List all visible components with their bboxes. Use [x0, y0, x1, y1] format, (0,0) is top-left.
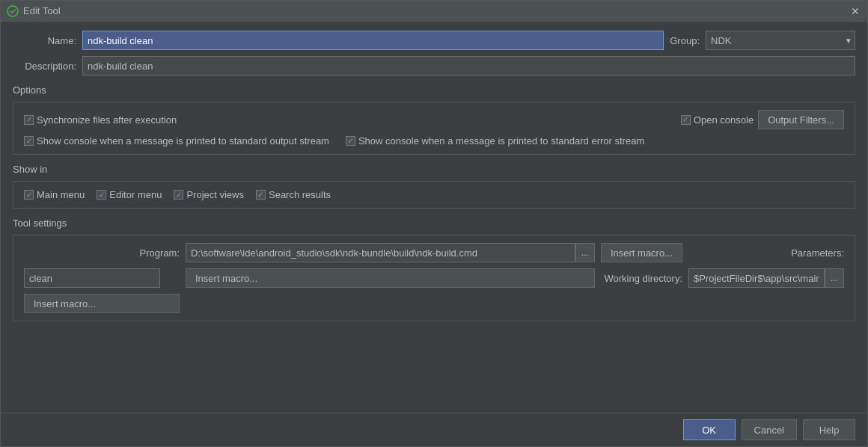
help-button[interactable]: Help [803, 419, 855, 440]
bottom-bar: OK Cancel Help [1, 413, 867, 446]
close-button[interactable]: ✕ [849, 5, 861, 17]
show-stderr-checkbox-item[interactable]: Show console when a message is printed t… [346, 135, 644, 147]
options-row1-right: Open console Output Filters... [681, 110, 844, 129]
show-in-section-header: Show in [13, 164, 855, 175]
tool-settings-section-header: Tool settings [13, 218, 855, 229]
edit-tool-icon [7, 5, 19, 17]
editor-menu-checkbox[interactable] [97, 190, 106, 200]
main-menu-checkbox[interactable] [24, 190, 34, 200]
options-row1: Synchronize files after execution Open c… [24, 110, 844, 129]
parameters-input-wrapper [24, 268, 180, 288]
name-input[interactable] [82, 31, 664, 50]
options-row2: Show console when a message is printed t… [24, 135, 844, 147]
edit-tool-dialog: Edit Tool ✕ Name: Group: NDK ▼ De [0, 0, 868, 447]
ok-button[interactable]: OK [683, 419, 736, 440]
parameters-input[interactable] [24, 268, 160, 288]
working-dir-input-wrapper: ... [688, 268, 844, 288]
main-menu-checkbox-item[interactable]: Main menu [24, 189, 85, 200]
dialog-content: Name: Group: NDK ▼ Description: Options [1, 22, 867, 413]
program-input[interactable] [186, 243, 575, 262]
tool-settings-grid: Program: ... Insert macro... Parameters:… [24, 243, 844, 313]
program-label: Program: [24, 247, 180, 259]
description-input[interactable] [82, 56, 855, 75]
editor-menu-label: Editor menu [109, 189, 162, 200]
project-views-label: Project views [186, 189, 244, 200]
parameters-macro-button[interactable]: Insert macro... [186, 268, 595, 288]
open-console-checkbox-item[interactable]: Open console [681, 114, 754, 126]
open-console-label: Open console [694, 114, 754, 126]
options-row1-left: Synchronize files after execution [24, 114, 177, 126]
editor-menu-checkbox-item[interactable]: Editor menu [97, 189, 162, 200]
options-section: Synchronize files after execution Open c… [13, 102, 855, 155]
search-results-checkbox[interactable] [256, 190, 266, 200]
title-bar: Edit Tool ✕ [1, 1, 867, 22]
working-dir-input[interactable] [688, 268, 825, 288]
description-row: Description: [13, 56, 855, 75]
cancel-button[interactable]: Cancel [742, 419, 797, 440]
group-label: Group: [670, 35, 700, 46]
name-group-row: Name: Group: NDK ▼ [13, 31, 855, 50]
show-in-section: Main menu Editor menu Project views Sear… [13, 181, 855, 209]
tool-settings-section: Program: ... Insert macro... Parameters:… [13, 235, 855, 321]
program-input-wrapper: ... [186, 243, 595, 262]
open-console-checkbox[interactable] [681, 115, 691, 125]
name-label: Name: [13, 35, 76, 46]
program-macro-button[interactable]: Insert macro... [601, 243, 682, 262]
working-dir-macro-button[interactable]: Insert macro... [24, 294, 180, 313]
parameters-label: Parameters: [688, 247, 844, 259]
show-stdout-checkbox[interactable] [24, 136, 34, 146]
group-section: Group: NDK ▼ [670, 31, 855, 50]
title-bar-left: Edit Tool [7, 5, 61, 17]
group-select[interactable]: NDK [706, 31, 855, 50]
main-menu-label: Main menu [37, 189, 85, 200]
search-results-checkbox-item[interactable]: Search results [256, 189, 331, 200]
show-stdout-label: Show console when a message is printed t… [37, 135, 329, 147]
sync-files-label: Synchronize files after execution [37, 114, 177, 126]
project-views-checkbox[interactable] [174, 190, 183, 200]
description-label: Description: [13, 61, 76, 72]
show-stderr-label: Show console when a message is printed t… [358, 135, 644, 147]
program-dots-button[interactable]: ... [575, 243, 595, 262]
window-title: Edit Tool [23, 5, 61, 16]
sync-files-checkbox-item[interactable]: Synchronize files after execution [24, 114, 177, 126]
project-views-checkbox-item[interactable]: Project views [174, 189, 244, 200]
name-section: Name: [13, 31, 664, 50]
show-stdout-checkbox-item[interactable]: Show console when a message is printed t… [24, 135, 329, 147]
options-section-header: Options [13, 84, 855, 96]
sync-files-checkbox[interactable] [24, 115, 34, 125]
working-dir-dots-button[interactable]: ... [825, 268, 844, 288]
show-stderr-checkbox[interactable] [346, 136, 355, 146]
output-filters-button[interactable]: Output Filters... [758, 110, 844, 129]
working-dir-label: Working directory: [601, 273, 682, 284]
search-results-label: Search results [269, 189, 331, 200]
show-in-row: Main menu Editor menu Project views Sear… [24, 189, 844, 200]
group-select-wrapper: NDK ▼ [706, 31, 855, 50]
